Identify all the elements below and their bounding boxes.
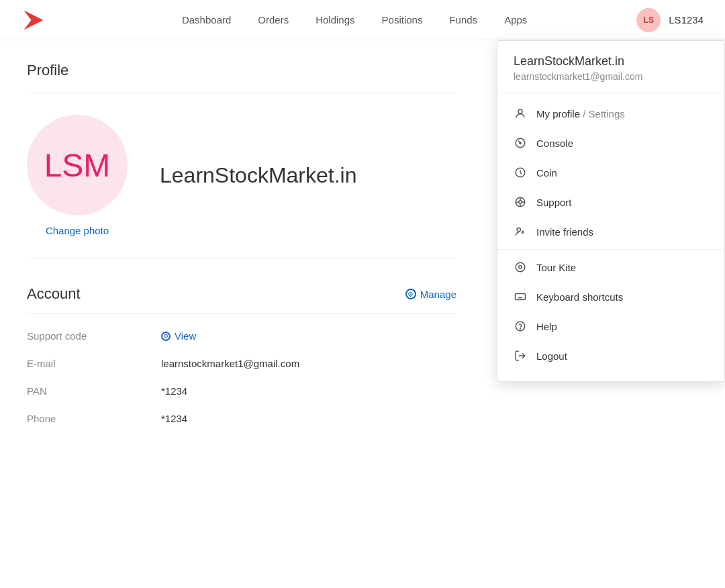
- coin-icon: [514, 166, 527, 179]
- field-value-email: learnstockmarket1@gmail.com: [161, 358, 299, 369]
- navbar-avatar[interactable]: LS: [636, 8, 661, 32]
- svg-point-11: [517, 228, 520, 231]
- gauge-icon: [514, 136, 527, 150]
- dropdown-item-label-support: Support: [536, 197, 572, 208]
- nav-dashboard[interactable]: Dashboard: [182, 14, 231, 26]
- support-code-value: View: [175, 330, 196, 342]
- dropdown-item-sublabel-profile: / Settings: [583, 108, 625, 119]
- invite-icon: [514, 225, 527, 238]
- person-icon: [514, 107, 527, 120]
- dropdown-items: My profile / Settings Console: [497, 93, 724, 376]
- dropdown-email: learnstockmarket1@gmail.com: [514, 71, 708, 82]
- keyboard-icon: [514, 290, 527, 303]
- avatar-large: LSM: [27, 115, 128, 215]
- dropdown-item-keyboard[interactable]: Keyboard shortcuts: [497, 282, 724, 311]
- nav-links: Dashboard Orders Holdings Positions Fund…: [72, 14, 636, 26]
- dropdown-item-logout[interactable]: Logout: [497, 341, 724, 371]
- account-header: Account ⚙ Manage: [27, 285, 456, 303]
- field-row-phone: Phone *1234: [27, 413, 456, 424]
- dropdown-item-label-keyboard: Keyboard shortcuts: [536, 291, 623, 303]
- dropdown-menu: LearnStockMarket.in learnstockmarket1@gm…: [497, 40, 725, 382]
- kite-logo-icon: [21, 8, 46, 32]
- dropdown-item-label-console: Console: [536, 138, 573, 149]
- profile-section: LSM Change photo LearnStockMarket.in: [27, 115, 456, 258]
- navbar-username: LS1234: [669, 14, 704, 26]
- navbar: Dashboard Orders Holdings Positions Fund…: [0, 0, 725, 40]
- field-row-pan: PAN *1234: [27, 385, 456, 397]
- account-title: Account: [27, 285, 81, 303]
- view-icon: ⚙: [161, 332, 171, 341]
- svg-point-3: [520, 142, 521, 144]
- page-title: Profile: [27, 62, 456, 79]
- dropdown-item-label-logout: Logout: [536, 350, 567, 362]
- dropdown-item-label-help: Help: [536, 321, 557, 332]
- dropdown-item-coin[interactable]: Coin: [497, 158, 724, 187]
- change-photo-button[interactable]: Change photo: [46, 225, 109, 236]
- dropdown-item-console[interactable]: Console: [497, 128, 724, 158]
- navbar-right: LS LS1234: [636, 8, 704, 32]
- dropdown-username: LearnStockMarket.in: [514, 54, 708, 68]
- manage-icon: ⚙: [405, 289, 416, 299]
- field-label-pan: PAN: [27, 385, 161, 397]
- nav-holdings[interactable]: Holdings: [316, 14, 354, 26]
- field-label-phone: Phone: [27, 413, 161, 424]
- logout-icon: [514, 349, 527, 362]
- svg-point-14: [516, 262, 525, 272]
- field-value-phone: *1234: [161, 413, 187, 424]
- nav-orders[interactable]: Orders: [258, 14, 289, 26]
- account-divider: [27, 313, 456, 314]
- field-row-support-code: Support code ⚙ View: [27, 330, 456, 342]
- dropdown-item-profile[interactable]: My profile / Settings: [497, 99, 724, 128]
- dropdown-item-tour[interactable]: Tour Kite: [497, 252, 724, 282]
- main-content: Profile LSM Change photo LearnStockMarke…: [0, 40, 483, 462]
- svg-point-23: [520, 328, 521, 329]
- dropdown-item-support[interactable]: Support: [497, 187, 724, 217]
- svg-point-6: [519, 201, 522, 204]
- dropdown-item-invite[interactable]: Invite friends: [497, 217, 724, 246]
- nav-positions[interactable]: Positions: [382, 14, 423, 26]
- nav-apps[interactable]: Apps: [504, 14, 527, 26]
- profile-name: LearnStockMarket.in: [160, 163, 356, 188]
- field-value-pan: *1234: [161, 385, 187, 397]
- dropdown-user-info: LearnStockMarket.in learnstockmarket1@gm…: [497, 41, 724, 93]
- svg-point-15: [519, 266, 522, 269]
- field-row-email: E-mail learnstockmarket1@gmail.com: [27, 358, 456, 369]
- svg-point-1: [518, 109, 522, 113]
- help-icon: [514, 320, 527, 333]
- logo[interactable]: [21, 8, 46, 32]
- profile-divider: [27, 93, 456, 93]
- svg-rect-16: [516, 294, 526, 300]
- support-icon: [514, 195, 527, 209]
- field-label-email: E-mail: [27, 358, 161, 369]
- support-code-link[interactable]: ⚙ View: [161, 330, 196, 342]
- dropdown-item-label-tour: Tour Kite: [536, 262, 576, 273]
- nav-funds[interactable]: Funds: [449, 14, 477, 26]
- tour-icon: [514, 260, 527, 274]
- dropdown-item-help[interactable]: Help: [497, 311, 724, 341]
- dropdown-item-label-invite: Invite friends: [536, 226, 593, 238]
- manage-label: Manage: [420, 289, 456, 300]
- dropdown-item-label-coin: Coin: [536, 167, 557, 179]
- dropdown-divider: [497, 249, 724, 250]
- svg-marker-0: [24, 10, 44, 30]
- dropdown-item-label-profile: My profile / Settings: [536, 108, 625, 119]
- manage-link[interactable]: ⚙ Manage: [405, 289, 456, 300]
- avatar-large-wrap: LSM Change photo: [27, 115, 128, 236]
- field-label-support-code: Support code: [27, 330, 161, 342]
